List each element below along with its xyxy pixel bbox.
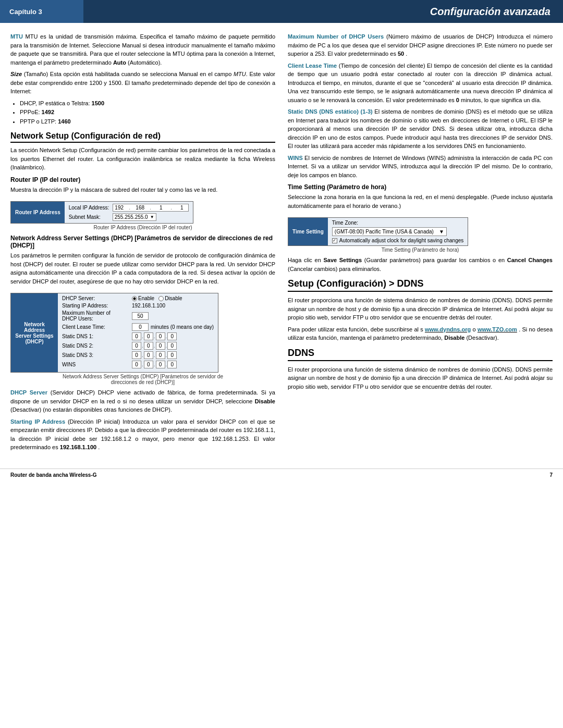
time-box-label: Time Setting: [288, 218, 328, 245]
router-ip-table-wrapper: Router IP Address Local IP Address: 192.…: [10, 197, 275, 230]
time-zone-select[interactable]: (GMT-08:00) Pacific Time (USA & Canada) …: [332, 227, 447, 236]
network-address-para: Los parámetros le permiten configurar la…: [10, 251, 275, 286]
client-zero: 0: [456, 97, 459, 103]
daylight-row[interactable]: ✓ Automatically adjust clock for dayligh…: [332, 238, 463, 243]
client-lease-label: Client Lease Time:: [62, 324, 130, 330]
local-ip-row: Local IP Address: 192. 168. 1. 1: [69, 204, 189, 212]
wins-label: WINS: [62, 362, 130, 367]
ddns-heading: DDNS: [288, 348, 553, 361]
wins-a[interactable]: [132, 361, 141, 368]
ip4: 1: [177, 205, 187, 211]
starting-ip-val: 192.168.1.100: [132, 303, 165, 309]
dhcp-disable-end: (Desactivar) (no estarán disponibles otr…: [10, 406, 172, 413]
dns3-b[interactable]: [144, 351, 153, 359]
time-zone-arrow-icon: ▼: [439, 229, 444, 235]
time-zone-label: Time Zone:: [332, 220, 358, 226]
mtu-auto: Auto: [113, 59, 126, 66]
disable-radio[interactable]: [158, 296, 164, 301]
subnet-select[interactable]: 255.255.255.0 ▼: [113, 213, 156, 221]
time-zone-select-row: (GMT-08:00) Pacific Time (USA & Canada) …: [332, 227, 463, 236]
local-ip-input[interactable]: 192. 168. 1. 1: [113, 204, 189, 212]
dns1-a[interactable]: [132, 332, 141, 340]
static-dns1-label: Static DNS 1:: [62, 334, 130, 339]
max-users-default: 50: [398, 51, 404, 57]
wins-d[interactable]: [167, 361, 177, 368]
time-fields: Time Zone: (GMT-08:00) Pacific Time (USA…: [328, 218, 468, 245]
page-header: Capítulo 3 Configuración avanzada: [0, 0, 563, 23]
max-users-p-label: Maximum Number of DHCP Users: [288, 33, 384, 40]
time-table: Time Setting Time Zone: (GMT-08:00) Paci…: [288, 217, 468, 246]
wins-paragraph: WINS El servicio de nombres de Internet …: [288, 154, 553, 180]
time-zone-val: (GMT-08:00) Pacific Time (USA & Canada): [335, 229, 434, 235]
dns3-d[interactable]: [167, 351, 177, 359]
network-setup-heading: Network Setup (Configuración de red): [10, 131, 275, 143]
static-dns-p-num: (DNS estático) (1-3): [319, 108, 372, 115]
wins-b[interactable]: [144, 361, 153, 368]
mtu-paragraph: MTU MTU es la unidad de transmisión máxi…: [10, 32, 275, 67]
left-column: MTU MTU es la unidad de transmisión máxi…: [10, 32, 275, 455]
client-lease-row: Client Lease Time: minutes (0 means one …: [62, 323, 214, 331]
chapter-label: Capítulo 3: [9, 8, 42, 16]
client-end: minutos, lo que significa un día.: [461, 97, 541, 103]
max-users-row: Maximum Number ofDHCP Users:: [62, 310, 214, 322]
dhcp-server-p-body: (Servidor DHCP) DHCP viene activado de f…: [10, 389, 275, 404]
page-footer: Router de banda ancha Wireless-G 7: [0, 468, 563, 481]
dns1-b[interactable]: [144, 332, 153, 340]
enable-radio[interactable]: [132, 296, 137, 301]
static-dns2-row: Static DNS 2: . . .: [62, 342, 214, 350]
dns3-a[interactable]: [132, 351, 141, 359]
network-setup-para: La sección Network Setup (Configuración …: [10, 146, 275, 172]
daylight-checkbox[interactable]: ✓: [332, 238, 337, 243]
client-lease-p-label: Client Lease Time: [288, 63, 337, 69]
subnet-val: 255.255.255.0: [115, 214, 148, 220]
dhcp-server-paragraph: DHCP Server (Servidor DHCP) DHCP viene a…: [10, 388, 275, 414]
ddns-para: El router proporciona una función de sis…: [288, 365, 553, 391]
dns1-c[interactable]: [156, 332, 165, 340]
dns2-a[interactable]: [132, 342, 141, 350]
max-users-label: Maximum Number ofDHCP Users:: [62, 310, 130, 322]
size-bullet-list: DHCP, IP estática o Telstra: 1500 PPPoE:…: [20, 99, 275, 127]
right-column: Maximum Number of DHCP Users (Número máx…: [288, 32, 553, 455]
net-addr-fields: DHCP Server: Enable Disable: [58, 293, 218, 372]
time-zone-row: Time Zone:: [332, 220, 463, 226]
setup-ddns-para2: Para poder utilizar esta función, debe s…: [288, 325, 553, 342]
wins-row: WINS . . .: [62, 361, 214, 368]
save-cancel-paragraph: Haga clic en Save Settings (Guardar pará…: [288, 256, 553, 273]
router-ip-box-label: Router IP Address: [11, 202, 65, 223]
bullet-dhcp: DHCP, IP estática o Telstra: 1500: [20, 99, 275, 108]
mtu-auto-end: (Automático).: [128, 59, 162, 66]
dns2-c[interactable]: [156, 342, 165, 350]
static-dns3-row: Static DNS 3: . . .: [62, 351, 214, 359]
client-lease-input[interactable]: [132, 323, 149, 331]
ip2: 168: [136, 205, 145, 211]
save-para-3: (Cancelar cambios) para eliminarlos.: [288, 266, 381, 272]
max-users-input[interactable]: [132, 312, 149, 320]
net-addr-table: Network AddressServer Settings (DHCP) DH…: [10, 293, 218, 373]
router-ip-table: Router IP Address Local IP Address: 192.…: [10, 201, 193, 224]
dns3-c[interactable]: [156, 351, 165, 359]
dns3-ip: . . .: [132, 351, 177, 359]
dns2-d[interactable]: [167, 342, 177, 350]
wins-c[interactable]: [156, 361, 165, 368]
enable-option[interactable]: Enable: [132, 295, 154, 301]
dns2-b[interactable]: [144, 342, 153, 350]
client-lease-paragraph: Client Lease Time (Tiempo de concesión d…: [288, 61, 553, 105]
starting-ip-p-label: Starting IP Address: [10, 418, 65, 425]
dyndns-url[interactable]: www.dyndns.org: [425, 326, 471, 332]
network-address-heading: Network Address Server Settings (DHCP) […: [10, 235, 275, 249]
ip3: 1: [156, 205, 166, 211]
footer-router-label: Router de banda ancha Wireless-G: [10, 472, 97, 478]
daylight-label: Automatically adjust clock for daylight …: [339, 238, 463, 243]
ip1: 192: [115, 205, 124, 211]
tzo-url[interactable]: www.TZO.com: [478, 326, 517, 332]
starting-ip-end: .: [98, 444, 100, 450]
net-addr-box-label: Network AddressServer Settings (DHCP): [11, 293, 58, 372]
page-content: MTU MTU es la unidad de transmisión máxi…: [0, 23, 563, 464]
dns1-d[interactable]: [167, 332, 177, 340]
disable-option[interactable]: Disable: [158, 295, 182, 301]
dhcp-radio-group[interactable]: Enable Disable: [132, 295, 182, 301]
static-dns3-label: Static DNS 3:: [62, 352, 130, 358]
static-dns-paragraph: Static DNS (DNS estático) (1-3) El siste…: [288, 107, 553, 151]
starting-ip-row: Starting IP Address: 192.168.1.100: [62, 303, 214, 309]
title-box: Configuración avanzada: [83, 0, 563, 23]
